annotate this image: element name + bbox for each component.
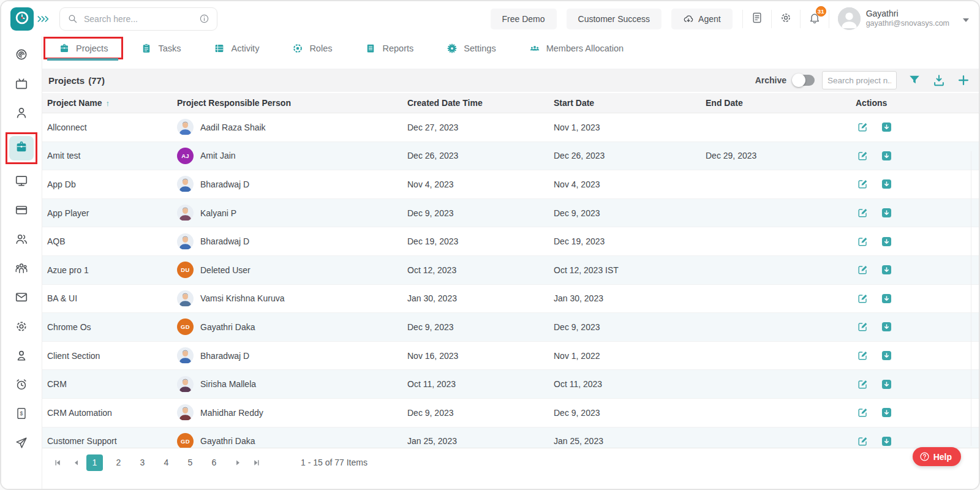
table-row[interactable]: Client Section Bharadwaj D Nov 16, 2023 … [42,342,979,371]
edit-icon[interactable] [857,435,869,447]
settings-gear-button[interactable] [772,9,800,29]
table-row[interactable]: Allconnect Aadil Raza Shaik Dec 27, 2023… [42,113,979,142]
edit-icon[interactable] [857,150,869,162]
project-name-cell[interactable]: Azue pro 1 [47,265,177,275]
table-row[interactable]: Azue pro 1 DU Deleted User Oct 12, 2023 … [42,256,979,285]
last-page-button[interactable] [248,454,264,470]
archive-action-icon[interactable] [881,293,892,304]
project-name-cell[interactable]: Allconnect [47,123,177,132]
global-search-input[interactable] [84,14,199,24]
info-icon[interactable] [199,13,209,24]
project-name-cell[interactable]: Chrome Os [47,322,177,332]
edit-icon[interactable] [857,264,869,276]
project-name-cell[interactable]: App Player [47,208,177,218]
archive-action-icon[interactable] [881,321,892,333]
app-logo-clock-icon[interactable] [10,7,34,31]
sidebar-item-people-group[interactable] [9,262,34,277]
project-name-cell[interactable]: AQB [47,236,177,246]
edit-icon[interactable] [857,350,869,361]
page-button-4[interactable]: 4 [158,454,175,471]
column-header-project-name[interactable]: Project Name↑ [47,98,177,108]
help-button[interactable]: Help [913,447,961,466]
archive-action-icon[interactable] [881,350,892,361]
page-button-1[interactable]: 1 [86,454,103,471]
edit-icon[interactable] [857,178,869,190]
table-row[interactable]: CRM Sirisha Mallela Oct 11, 2023 Oct 11,… [42,370,979,399]
table-row[interactable]: BA & UI Vamsi Krishna Kuruva Jan 30, 202… [42,285,979,314]
page-button-6[interactable]: 6 [206,454,222,471]
table-row[interactable]: Amit test AJ Amit Jain Dec 26, 2023 Dec … [42,142,979,171]
table-row[interactable]: App Db Bharadwaj D Nov 4, 2023 Nov 4, 20… [42,170,979,199]
sidebar-item-tv[interactable] [9,78,34,92]
table-row[interactable]: Customer Support GD Gayathri Daka Jan 25… [42,428,979,450]
tab-activity[interactable]: Activity [197,36,276,61]
page-button-2[interactable]: 2 [110,454,127,471]
column-header-actions[interactable]: Actions [856,98,979,108]
column-header-created-date-time[interactable]: Created Date Time [407,98,554,108]
edit-icon[interactable] [857,207,869,219]
previous-page-button[interactable] [68,454,84,470]
column-header-project-responsible-person[interactable]: Project Responsible Person [177,98,407,108]
page-button-3[interactable]: 3 [134,454,151,471]
tab-members-allocation[interactable]: Members Allocation [513,36,641,61]
first-page-button[interactable] [50,454,66,470]
sidebar-expand-icon[interactable] [37,15,50,23]
edit-icon[interactable] [857,236,869,247]
free-demo-button[interactable]: Free Demo [491,9,557,29]
table-row[interactable]: Chrome Os GD Gayathri Daka Dec 9, 2023 D… [42,313,979,342]
project-name-cell[interactable]: CRM [47,379,177,389]
sidebar-item-people-two[interactable] [9,233,34,247]
archive-action-icon[interactable] [881,264,892,276]
archive-action-icon[interactable] [881,178,892,190]
sidebar-item-monitor[interactable] [9,175,34,189]
project-name-cell[interactable]: Customer Support [47,436,177,446]
edit-icon[interactable] [857,293,869,304]
edit-icon[interactable] [857,407,869,418]
documents-button[interactable] [743,9,771,29]
project-name-cell[interactable]: Client Section [47,351,177,361]
sidebar-item-person-badge[interactable] [9,349,34,364]
archive-action-icon[interactable] [881,379,892,390]
sidebar-item-credit-card[interactable] [9,204,34,219]
project-search-input[interactable] [822,71,897,89]
tab-tasks[interactable]: Tasks [124,36,197,61]
add-project-icon[interactable] [957,74,970,87]
column-header-start-date[interactable]: Start Date [554,98,706,108]
agent-button[interactable]: Agent [671,9,733,29]
sidebar-item-gear[interactable] [9,320,34,335]
tab-settings[interactable]: Settings [430,36,512,61]
project-name-cell[interactable]: CRM Automation [47,408,177,418]
project-name-cell[interactable]: Amit test [47,151,177,160]
global-search[interactable] [59,7,217,31]
tab-reports[interactable]: Reports [349,36,430,61]
edit-icon[interactable] [857,321,869,333]
edit-icon[interactable] [857,379,869,390]
sidebar-item-send[interactable] [9,437,34,451]
sidebar-item-spiral[interactable] [9,48,34,63]
project-name-cell[interactable]: BA & UI [47,293,177,303]
table-row[interactable]: App Player Kalyani P Dec 9, 2023 Dec 9, … [42,199,979,228]
next-page-button[interactable] [230,454,246,470]
table-row[interactable]: AQB Bharadwaj D Dec 19, 2023 Dec 19, 202… [42,227,979,256]
archive-action-icon[interactable] [881,407,892,418]
tab-projects[interactable]: Projects [42,36,124,61]
sidebar-item-mail[interactable] [9,291,34,306]
archive-action-icon[interactable] [881,435,892,447]
user-profile-menu[interactable]: Gayathri gayathri@snovasys.com [838,7,969,30]
column-header-end-date[interactable]: End Date [706,98,856,108]
filter-icon[interactable] [908,74,921,87]
notifications-button[interactable]: 31 [801,9,829,29]
page-button-5[interactable]: 5 [182,454,198,471]
project-name-cell[interactable]: App Db [47,179,177,189]
sidebar-item-person[interactable] [9,107,34,121]
customer-success-button[interactable]: Customer Success [567,9,662,29]
edit-icon[interactable] [857,121,869,133]
archive-action-icon[interactable] [881,236,892,247]
sidebar-item-invoice[interactable]: $ [9,407,34,422]
tab-roles[interactable]: Roles [276,36,349,61]
download-icon[interactable] [932,74,946,87]
sidebar-item-briefcase[interactable] [9,136,34,160]
archive-action-icon[interactable] [881,150,892,162]
sidebar-item-alarm-clock[interactable] [9,379,34,393]
table-row[interactable]: CRM Automation Mahidhar Reddy Dec 9, 202… [42,399,979,428]
